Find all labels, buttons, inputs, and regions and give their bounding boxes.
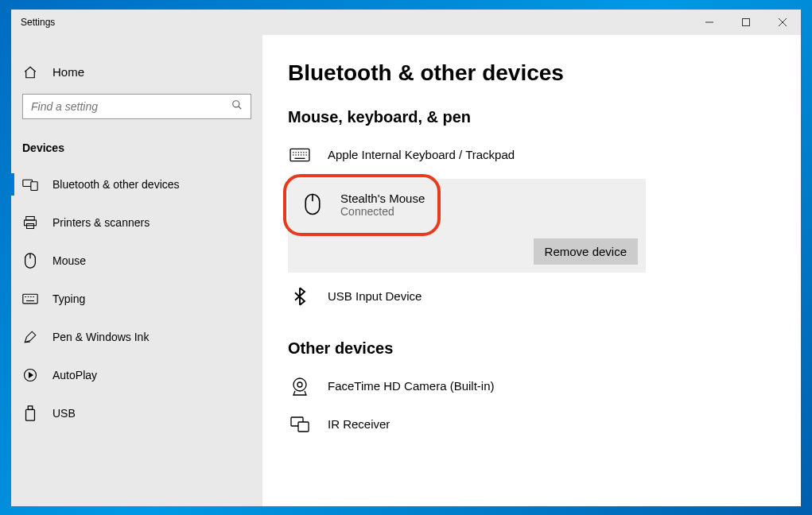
sidebar-item-label: Printers & scanners [52, 216, 150, 229]
devices-icon [22, 177, 38, 192]
usb-icon [22, 405, 38, 421]
sidebar-item-bluetooth[interactable]: Bluetooth & other devices [11, 165, 262, 203]
sidebar: Home Devices Bluetooth & other devices [11, 35, 262, 506]
close-icon [779, 18, 787, 26]
svg-point-39 [293, 378, 306, 391]
device-name: FaceTime HD Camera (Built-in) [328, 379, 494, 393]
svg-rect-1 [743, 18, 750, 25]
mouse-icon [22, 253, 38, 269]
svg-point-40 [297, 382, 302, 387]
sidebar-item-pen[interactable]: Pen & Windows Ink [11, 318, 262, 356]
camera-icon [288, 376, 312, 397]
maximize-icon [742, 18, 750, 26]
printer-icon [22, 215, 38, 230]
settings-window: Settings Home [11, 10, 801, 506]
home-label: Home [52, 65, 84, 79]
sidebar-item-mouse[interactable]: Mouse [11, 242, 262, 280]
device-row-usb-input[interactable]: USB Input Device [288, 277, 801, 316]
sidebar-item-label: Bluetooth & other devices [52, 178, 180, 191]
sidebar-item-typing[interactable]: Typing [11, 280, 262, 318]
device-text: FaceTime HD Camera (Built-in) [328, 379, 494, 393]
svg-rect-9 [25, 220, 37, 226]
device-text: USB Input Device [328, 289, 422, 303]
device-row-apple-keyboard[interactable]: Apple Internal Keyboard / Trackpad [288, 136, 801, 174]
svg-rect-42 [298, 422, 309, 432]
sidebar-item-label: Pen & Windows Ink [52, 331, 149, 343]
home-icon [22, 65, 38, 79]
maximize-button[interactable] [728, 10, 764, 35]
main-pane: Bluetooth & other devices Mouse, keyboar… [262, 35, 801, 506]
mouse-icon [301, 193, 324, 215]
device-name: IR Receiver [328, 417, 390, 431]
svg-point-4 [233, 100, 239, 106]
device-name: Apple Internal Keyboard / Trackpad [328, 148, 515, 161]
search-input[interactable] [31, 100, 231, 113]
home-link[interactable]: Home [11, 57, 262, 87]
minimize-button[interactable] [691, 10, 728, 35]
close-button[interactable] [764, 10, 801, 35]
sidebar-item-label: AutoPlay [52, 369, 97, 381]
device-row-stealth-mouse[interactable]: Stealth's Mouse Connected [301, 188, 638, 234]
svg-rect-10 [27, 223, 34, 228]
minimize-icon [705, 18, 713, 26]
device-text: Apple Internal Keyboard / Trackpad [328, 148, 515, 161]
sidebar-item-usb[interactable]: USB [11, 394, 262, 432]
page-title: Bluetooth & other devices [288, 60, 801, 86]
autoplay-icon [22, 368, 38, 382]
sidebar-item-label: Typing [52, 292, 85, 305]
sidebar-item-label: Mouse [52, 254, 86, 267]
device-row-ir-receiver[interactable]: IR Receiver [288, 405, 801, 443]
keyboard-icon [288, 148, 312, 162]
group-title-mouse-keyboard: Mouse, keyboard, & pen [288, 108, 801, 126]
remove-device-button[interactable]: Remove device [534, 238, 638, 265]
search-box[interactable] [22, 94, 251, 119]
search-icon [231, 99, 243, 114]
svg-rect-21 [28, 405, 32, 409]
sidebar-section-label: Devices [11, 134, 262, 165]
group-title-other: Other devices [288, 339, 801, 358]
window-controls [691, 10, 801, 35]
device-name: Stealth's Mouse [340, 192, 425, 205]
device-selected-panel: Stealth's Mouse Connected Remove device [288, 179, 646, 273]
svg-marker-20 [29, 373, 33, 378]
svg-rect-8 [26, 216, 35, 220]
svg-line-5 [239, 106, 242, 109]
nav-list: Bluetooth & other devices Printers & sca… [11, 165, 262, 432]
window-title: Settings [21, 17, 55, 28]
sidebar-item-autoplay[interactable]: AutoPlay [11, 356, 262, 394]
search-wrap [11, 87, 262, 134]
svg-rect-22 [26, 409, 35, 420]
keyboard-icon [22, 293, 38, 304]
pen-icon [22, 330, 38, 344]
svg-rect-7 [31, 181, 37, 190]
svg-rect-13 [23, 294, 37, 304]
sidebar-item-printers[interactable]: Printers & scanners [11, 203, 262, 242]
device-text: Stealth's Mouse Connected [340, 192, 425, 218]
device-name: USB Input Device [328, 289, 422, 303]
content: Home Devices Bluetooth & other devices [11, 35, 801, 506]
device-text: IR Receiver [328, 417, 390, 431]
titlebar: Settings [11, 10, 801, 35]
device-status: Connected [340, 205, 425, 218]
bluetooth-icon [288, 287, 312, 306]
generic-device-icon [288, 416, 312, 433]
sidebar-item-label: USB [52, 407, 76, 420]
device-row-facetime-camera[interactable]: FaceTime HD Camera (Built-in) [288, 367, 801, 405]
